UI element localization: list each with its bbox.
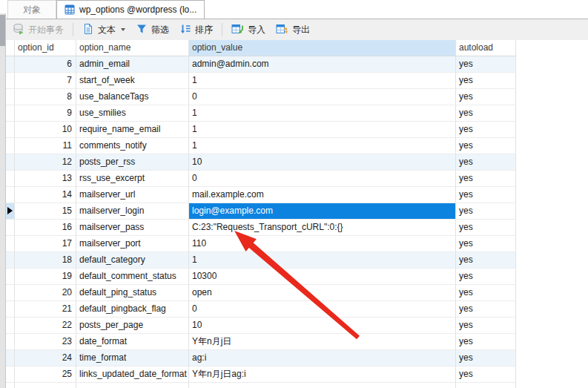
cell-option-name[interactable]: links_updated_date_format [76,366,189,383]
cell-option-name[interactable]: admin_email [76,56,189,73]
begin-transaction-button[interactable]: 开始事务 [7,21,69,39]
cell-option-value[interactable]: admin@admin.com [189,56,456,73]
cell-option-name[interactable]: default_ping_status [76,285,189,301]
cell-option-value[interactable]: 1 [189,138,456,154]
cell-option-name[interactable]: mailserver_port [76,236,189,252]
cell-option-id[interactable]: 24 [15,350,76,366]
cell-option-name[interactable]: comments_notify [76,138,189,154]
filter-button[interactable]: 筛选 [131,21,174,39]
cell-option-value[interactable]: 1 [189,122,456,138]
cell-option-name[interactable]: mailserver_login [76,203,189,220]
cell-option-id[interactable]: 7 [15,73,76,89]
cell-option-value[interactable]: mail.example.com [189,187,456,203]
cell-autoload[interactable]: yes [456,366,516,383]
import-button[interactable]: 导入 [226,21,271,39]
cell-option-value[interactable]: 1 [189,252,456,269]
cell-option-value[interactable] [189,383,456,388]
cell-autoload[interactable]: yes [456,138,516,154]
scrollbar-thumb[interactable] [0,15,5,46]
cell-option-name[interactable]: default_comment_status [76,269,189,285]
cell-option-name[interactable]: require_name_email [76,122,189,138]
cell-option-value[interactable]: 10 [189,154,456,171]
cell-autoload[interactable]: yes [456,236,516,252]
column-header-option-id[interactable]: option_id [15,40,76,56]
cell-option-name[interactable]: use_smilies [76,105,189,122]
cell-autoload[interactable]: yes [456,220,516,236]
cell-option-value[interactable]: 0 [189,301,456,318]
cell-autoload[interactable]: yes [456,203,516,220]
cell-option-value[interactable]: 10 [189,318,456,334]
cell-autoload[interactable]: yes [456,350,516,366]
cell-option-name[interactable]: rss_use_excerpt [76,171,189,187]
cell-option-name[interactable] [76,383,189,388]
cell-autoload[interactable]: yes [456,318,516,334]
cell-option-id[interactable]: 14 [15,187,76,203]
cell-option-value[interactable]: Y年n月j日 [189,334,456,350]
cell-option-value[interactable]: 0 [189,171,456,187]
cell-autoload[interactable]: yes [456,187,516,203]
cell-option-name[interactable]: use_balanceTags [76,89,189,105]
cell-option-id[interactable]: 12 [15,154,76,171]
cell-option-value[interactable]: Y年n月j日ag:i [189,366,456,383]
cell-option-name[interactable]: posts_per_page [76,318,189,334]
table-row: 19default_comment_status10300yes [6,269,516,285]
cell-option-value[interactable]: 1 [189,73,456,89]
cell-autoload[interactable]: yes [456,334,516,350]
cell-autoload[interactable]: yes [456,171,516,187]
cell-autoload[interactable]: yes [456,122,516,138]
column-header-option-name[interactable]: option_name [76,40,189,56]
cell-option-id[interactable]: 16 [15,220,76,236]
sort-button[interactable]: 排序 [174,21,218,39]
tab-objects[interactable]: 对象 [7,0,56,19]
cell-option-name[interactable]: default_pingback_flag [76,301,189,318]
cell-autoload[interactable]: yes [456,89,516,105]
cell-option-id[interactable]: 18 [15,252,76,269]
tab-table-wp-options[interactable]: wp_options @wordpress (lo... [56,0,205,19]
cell-autoload[interactable]: yes [456,301,516,318]
cell-autoload[interactable]: yes [456,73,516,89]
cell-option-id[interactable]: 22 [15,318,76,334]
cell-option-value[interactable]: 10300 [189,269,456,285]
left-scrollbar[interactable] [0,13,6,388]
column-header-autoload[interactable]: autoload [456,40,516,56]
cell-option-id[interactable]: 19 [15,269,76,285]
cell-option-id[interactable] [15,383,76,388]
cell-option-id[interactable]: 20 [15,285,76,301]
cell-option-value[interactable]: C:23:"Requests_Transport_cURL":0:{} [189,220,456,236]
cell-option-id[interactable]: 21 [15,301,76,318]
cell-option-name[interactable]: posts_per_rss [76,154,189,171]
cell-option-value[interactable]: open [189,285,456,301]
row-marker-cell [6,56,15,73]
cell-autoload[interactable]: yes [456,252,516,269]
cell-option-id[interactable]: 17 [15,236,76,252]
selected-cell[interactable]: login@example.com [189,203,456,220]
cell-option-id[interactable]: 9 [15,105,76,122]
cell-autoload[interactable]: yes [456,105,516,122]
cell-option-value[interactable]: ag:i [189,350,456,366]
cell-option-id[interactable]: 8 [15,89,76,105]
cell-option-id[interactable]: 23 [15,334,76,350]
cell-option-id[interactable]: 11 [15,138,76,154]
cell-option-name[interactable]: start_of_week [76,73,189,89]
cell-option-name[interactable]: mailserver_url [76,187,189,203]
cell-option-id[interactable]: 13 [15,171,76,187]
cell-option-id[interactable]: 10 [15,122,76,138]
cell-option-value[interactable]: 1 [189,105,456,122]
cell-autoload[interactable]: yes [456,269,516,285]
cell-option-name[interactable]: date_format [76,334,189,350]
cell-option-name[interactable]: time_format [76,350,189,366]
cell-autoload[interactable]: yes [456,285,516,301]
cell-autoload[interactable]: yes [456,154,516,171]
text-view-button[interactable]: 文本 [77,21,131,39]
cell-option-id[interactable]: 6 [15,56,76,73]
cell-option-name[interactable]: mailserver_pass [76,220,189,236]
cell-option-id[interactable]: 25 [15,366,76,383]
export-button[interactable]: 导出 [271,21,315,39]
cell-option-value[interactable]: 110 [189,236,456,252]
cell-autoload[interactable] [456,383,516,388]
cell-option-name[interactable]: default_category [76,252,189,269]
cell-autoload[interactable]: yes [456,56,516,73]
column-header-option-value[interactable]: option_value [189,40,456,56]
cell-option-value[interactable]: 0 [189,89,456,105]
cell-option-id[interactable]: 15 [15,203,76,220]
